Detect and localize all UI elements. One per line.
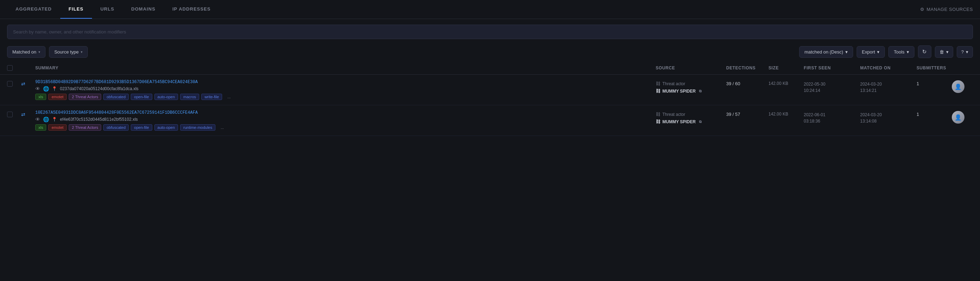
tab-urls[interactable]: URLS bbox=[92, 0, 123, 19]
row-source: ⛓ Threat actor ⛓ MUMMY SPIDER ⧉ bbox=[656, 110, 726, 124]
file-info-row: 👁 🌐 📍 ef4e63f70c5152d0445d811e2bf55102.x… bbox=[35, 117, 656, 122]
header-checkbox-cell bbox=[7, 65, 21, 71]
forward-icon: ⇄ bbox=[21, 81, 25, 87]
row-matched-on: 2024-03-2013:14:21 bbox=[860, 79, 916, 94]
source-type-filter[interactable]: Source type ▾ bbox=[49, 46, 88, 58]
search-input[interactable] bbox=[7, 25, 973, 39]
chevron-down-icon: ▾ bbox=[38, 50, 40, 54]
chevron-down-icon: ▾ bbox=[907, 49, 909, 55]
sort-label: matched on (Desc) bbox=[805, 49, 843, 55]
tools-button[interactable]: Tools ▾ bbox=[888, 46, 914, 58]
tab-domains[interactable]: DOMAINS bbox=[123, 0, 164, 19]
tags-row: xls emotet 2 Threat Actors obfuscated op… bbox=[35, 124, 656, 131]
source-name-label: MUMMY SPIDER bbox=[662, 89, 695, 94]
avatar: 👤 bbox=[952, 111, 964, 124]
row-submitters: 1 bbox=[916, 110, 952, 117]
tag-runtime-modules[interactable]: runtime-modules bbox=[180, 124, 215, 131]
tag-macros[interactable]: macros bbox=[180, 94, 199, 100]
refresh-icon: ↻ bbox=[922, 49, 927, 55]
source-type-label: Source type bbox=[54, 49, 79, 55]
export-label: Export bbox=[862, 49, 875, 55]
matched-on-filter[interactable]: Matched on ▾ bbox=[7, 46, 46, 58]
tag-more[interactable]: ... bbox=[224, 94, 234, 100]
export-button[interactable]: Export ▾ bbox=[857, 46, 885, 58]
tag-obfuscated[interactable]: obfuscated bbox=[103, 94, 129, 100]
first-seen-date: 2022-05-3010:24:14 bbox=[804, 82, 825, 93]
source-name[interactable]: ⛓ MUMMY SPIDER ⧉ bbox=[656, 119, 726, 124]
file-icon: 👁 bbox=[35, 117, 40, 122]
nav-tabs: AGGREGATED FILES URLS DOMAINS IP ADDRESS… bbox=[0, 0, 980, 19]
tag-threat-actors[interactable]: 2 Threat Actors bbox=[69, 124, 101, 131]
header-matched-on: Matched on bbox=[860, 65, 916, 70]
sort-button[interactable]: matched on (Desc) ▾ bbox=[799, 46, 853, 58]
delete-button[interactable]: 🗑 ▾ bbox=[935, 46, 953, 58]
table-header: Summary Source Detections Size First see… bbox=[0, 62, 980, 75]
manage-sources-button[interactable]: ⚙ MANAGE SOURCES bbox=[920, 7, 973, 12]
header-first-seen: First seen bbox=[804, 65, 860, 70]
row-select-checkbox[interactable] bbox=[7, 81, 13, 87]
row-avatar-cell: 👤 bbox=[952, 110, 973, 124]
tag-auto-open[interactable]: auto-open bbox=[154, 124, 178, 131]
external-link-icon[interactable]: ⧉ bbox=[699, 120, 702, 124]
row-arrow-cell: ⇄ bbox=[21, 110, 35, 117]
tab-files[interactable]: FILES bbox=[60, 0, 92, 19]
row-summary: 9D31B56BD04B92D9B77D62F7BD681D9293B5D136… bbox=[35, 79, 656, 100]
threat-actor-icon: ⛓ bbox=[656, 81, 660, 86]
chevron-down-icon: ▾ bbox=[81, 50, 83, 54]
tag-open-file[interactable]: open-file bbox=[131, 94, 152, 100]
select-all-checkbox[interactable] bbox=[7, 65, 13, 71]
globe-icon: 🌐 bbox=[43, 117, 49, 122]
row-size: 142.00 KB bbox=[768, 110, 804, 117]
matched-on-label: Matched on bbox=[12, 49, 36, 55]
external-link-icon[interactable]: ⧉ bbox=[699, 89, 702, 93]
row-checkbox-cell bbox=[7, 79, 21, 87]
file-hash[interactable]: 10E267A5E04931DDC8A6F9544804428F0E5562EA… bbox=[35, 110, 656, 115]
source-type: ⛓ Threat actor bbox=[656, 81, 726, 86]
row-arrow-cell: ⇄ bbox=[21, 79, 35, 87]
chevron-down-icon: ▾ bbox=[845, 49, 848, 55]
row-first-seen: 2022-05-3010:24:14 bbox=[804, 79, 860, 94]
header-summary: Summary bbox=[35, 65, 656, 70]
table-row[interactable]: ⇄ 9D31B56BD04B92D9B77D62F7BD681D9293B5D1… bbox=[0, 75, 980, 105]
refresh-button[interactable]: ↻ bbox=[918, 45, 931, 58]
row-checkbox-cell bbox=[7, 110, 21, 117]
tag-emotet[interactable]: emotet bbox=[48, 94, 67, 100]
table-row[interactable]: ⇄ 10E267A5E04931DDC8A6F9544804428F0E5562… bbox=[0, 105, 980, 136]
avatar-icon: 👤 bbox=[955, 114, 962, 121]
tab-aggregated[interactable]: AGGREGATED bbox=[7, 0, 60, 19]
row-source: ⛓ Threat actor ⛓ MUMMY SPIDER ⧉ bbox=[656, 79, 726, 94]
trash-icon: 🗑 bbox=[939, 49, 944, 55]
network-icon: ⛓ bbox=[656, 88, 660, 94]
row-select-checkbox[interactable] bbox=[7, 112, 13, 117]
tab-ip-addresses[interactable]: IP ADDRESSES bbox=[164, 0, 219, 19]
matched-on-date: 2024-03-2013:14:08 bbox=[860, 112, 881, 124]
tag-open-file[interactable]: open-file bbox=[131, 124, 152, 131]
source-type-label: Threat actor bbox=[662, 112, 685, 117]
tags-row: xls emotet 2 Threat Actors obfuscated op… bbox=[35, 94, 656, 100]
avatar-icon: 👤 bbox=[955, 83, 962, 90]
question-icon: ? bbox=[961, 49, 964, 55]
tag-threat-actors[interactable]: 2 Threat Actors bbox=[69, 94, 101, 100]
tag-obfuscated[interactable]: obfuscated bbox=[103, 124, 129, 131]
filename: 0237da074020a05124d00cfac8fa1dca.xls bbox=[60, 86, 138, 91]
location-icon: 📍 bbox=[52, 117, 57, 122]
avatar: 👤 bbox=[952, 80, 964, 93]
tag-auto-open[interactable]: auto-open bbox=[154, 94, 178, 100]
source-name-label: MUMMY SPIDER bbox=[662, 119, 695, 124]
file-hash[interactable]: 9D31B56BD04B92D9B77D62F7BD681D9293B5D136… bbox=[35, 79, 656, 84]
first-seen-date: 2022-06-0103:18:36 bbox=[804, 112, 825, 124]
source-type-label: Threat actor bbox=[662, 81, 685, 86]
row-first-seen: 2022-06-0103:18:36 bbox=[804, 110, 860, 124]
row-matched-on: 2024-03-2013:14:08 bbox=[860, 110, 916, 124]
tag-emotet[interactable]: emotet bbox=[48, 124, 67, 131]
tag-xls[interactable]: xls bbox=[35, 94, 46, 100]
matched-on-date: 2024-03-2013:14:21 bbox=[860, 82, 881, 93]
help-button[interactable]: ? ▾ bbox=[957, 46, 973, 58]
header-size: Size bbox=[768, 65, 804, 70]
chevron-down-icon: ▾ bbox=[966, 49, 968, 55]
source-name[interactable]: ⛓ MUMMY SPIDER ⧉ bbox=[656, 88, 726, 94]
tag-write-file[interactable]: write-file bbox=[201, 94, 222, 100]
tag-more[interactable]: ... bbox=[218, 124, 227, 131]
row-summary: 10E267A5E04931DDC8A6F9544804428F0E5562EA… bbox=[35, 110, 656, 131]
tag-xls[interactable]: xls bbox=[35, 124, 46, 131]
